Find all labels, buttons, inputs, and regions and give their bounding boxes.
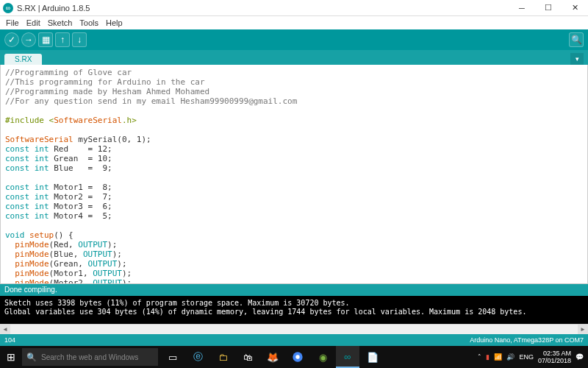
tab-bar: S.RX ▾: [0, 50, 588, 65]
tray-network-icon[interactable]: 📶: [494, 353, 502, 361]
menu-edit[interactable]: Edit: [24, 18, 43, 27]
open-button[interactable]: ↑: [55, 32, 70, 47]
task-view-button[interactable]: ▭: [161, 346, 184, 368]
upload-button[interactable]: →: [21, 32, 36, 47]
taskbar-store-icon[interactable]: 🛍: [236, 346, 259, 368]
menu-sketch[interactable]: Sketch: [45, 18, 76, 27]
taskbar-app-icon[interactable]: ◉: [311, 346, 334, 368]
scroll-track[interactable]: [10, 325, 578, 335]
window-title: S.RX | Arduino 1.8.5: [17, 4, 512, 13]
app-icon: ∞: [3, 3, 13, 13]
menu-help[interactable]: Help: [103, 18, 126, 27]
verify-button[interactable]: ✓: [4, 32, 19, 47]
horizontal-scrollbar[interactable]: ◄ ►: [0, 324, 588, 334]
serial-monitor-button[interactable]: 🔍: [569, 32, 584, 47]
toolbar: ✓ → ▦ ↑ ↓ 🔍: [0, 29, 588, 50]
tray-clock[interactable]: 02:35 AM 07/01/2018: [538, 350, 571, 364]
taskbar-chrome-icon[interactable]: [286, 346, 309, 368]
search-box[interactable]: 🔍 Search the web and Windows: [22, 348, 158, 366]
tray-volume-icon[interactable]: 🔊: [506, 353, 514, 361]
save-button[interactable]: ↓: [72, 32, 87, 47]
board-info: Arduino Nano, ATmega328P on COM7: [470, 336, 584, 344]
search-placeholder: Search the web and Windows: [41, 353, 138, 361]
taskbar-firefox-icon[interactable]: 🦊: [261, 346, 284, 368]
tray-lang[interactable]: ENG: [519, 353, 534, 361]
new-button[interactable]: ▦: [38, 32, 53, 47]
menu-file[interactable]: File: [3, 18, 22, 27]
taskbar-notepad-icon[interactable]: 📄: [361, 346, 384, 368]
tray-battery-icon[interactable]: ▮: [486, 353, 490, 361]
minimize-button[interactable]: ─: [512, 1, 532, 15]
menu-tools[interactable]: Tools: [76, 18, 101, 27]
close-button[interactable]: ✕: [564, 1, 585, 15]
taskbar-explorer-icon[interactable]: 🗀: [211, 346, 234, 368]
system-tray: ˄ ▮ 📶 🔊 ENG 02:35 AM 07/01/2018 💬: [473, 350, 588, 364]
maximize-button[interactable]: ☐: [538, 1, 559, 15]
windows-taskbar: ⊞ 🔍 Search the web and Windows ▭ ⓔ 🗀 🛍 🦊…: [0, 346, 588, 368]
tray-up-icon[interactable]: ˄: [478, 353, 481, 361]
start-button[interactable]: ⊞: [0, 346, 22, 368]
taskbar-edge-icon[interactable]: ⓔ: [186, 346, 209, 368]
code-editor[interactable]: //Programming of Glove car //This progra…: [0, 65, 588, 284]
tab-srx[interactable]: S.RX: [4, 54, 42, 65]
scroll-left-button[interactable]: ◄: [0, 325, 10, 335]
footer-bar: 104 Arduino Nano, ATmega328P on COM7: [0, 334, 588, 346]
search-icon: 🔍: [26, 353, 37, 362]
tray-notifications-icon[interactable]: 💬: [576, 353, 584, 361]
tab-menu-button[interactable]: ▾: [570, 53, 584, 65]
taskbar-arduino-icon[interactable]: ∞: [336, 346, 359, 368]
menu-bar: File Edit Sketch Tools Help: [0, 16, 588, 29]
svg-point-1: [295, 355, 299, 358]
scroll-right-button[interactable]: ►: [578, 325, 588, 335]
console-output: Sketch uses 3398 bytes (11%) of program …: [0, 296, 588, 324]
status-bar: Done compiling.: [0, 284, 588, 296]
line-number: 104: [4, 336, 15, 344]
